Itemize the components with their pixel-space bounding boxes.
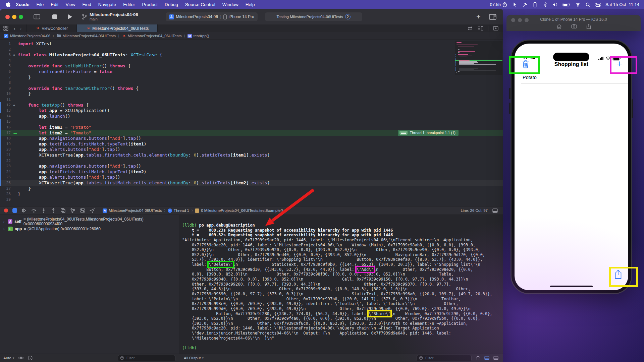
line-number[interactable]: 9 xyxy=(2,85,11,91)
code-line[interactable]: 8 xyxy=(0,80,503,85)
tab-ViewController[interactable]: ViewController xyxy=(26,24,77,32)
breadcrumb-item[interactable]: MilestoneProjects04-06UITests xyxy=(56,34,116,38)
device-icon[interactable] xyxy=(532,2,538,7)
step-into-icon[interactable] xyxy=(41,208,46,213)
line-number[interactable]: 17 xyxy=(2,130,11,136)
code-line[interactable]: 5 override func setUpWithError() throws … xyxy=(0,63,503,69)
code-line[interactable]: 3◆final class MilestoneProjects04_06UITe… xyxy=(0,52,503,58)
variables-view[interactable]: ›Aself= (MilestoneProjects04_06UITests.M… xyxy=(0,215,179,354)
simulate-location-icon[interactable] xyxy=(90,208,95,213)
editor-layout-icon[interactable] xyxy=(489,14,496,20)
disclosure-chevron-icon[interactable]: › xyxy=(3,220,6,224)
split-editor-icon[interactable] xyxy=(493,26,498,31)
code-line[interactable]: 9 override func tearDownWithError() thro… xyxy=(0,85,503,91)
line-number[interactable]: 21 xyxy=(2,152,11,158)
breadcrumb-item[interactable]: AMilestoneProjects04-06 xyxy=(4,34,50,38)
line-number[interactable]: 27 xyxy=(2,186,11,191)
debug-breadcrumb-item[interactable]: 0 MilestoneProjects04_06UITests.testExam… xyxy=(195,208,283,213)
list-item[interactable]: Potato xyxy=(523,75,537,80)
variables-filter-field[interactable] xyxy=(118,355,175,361)
line-number[interactable]: 7 xyxy=(2,74,11,80)
code-line[interactable]: 1import XCTest xyxy=(0,41,503,47)
line-number[interactable]: 1 xyxy=(2,41,11,47)
menu-item-debug[interactable]: Debug xyxy=(165,2,178,7)
code-line[interactable]: 25 app.alerts.buttons["Add"].tap() xyxy=(0,174,503,180)
line-number[interactable]: 24 xyxy=(2,169,11,175)
info-icon[interactable] xyxy=(28,356,33,360)
scope-selector[interactable]: Auto▾ xyxy=(3,356,14,360)
line-number[interactable]: 15 xyxy=(2,119,11,124)
debug-breadcrumb-item[interactable]: AMilestoneProjects04-06UITests xyxy=(103,208,162,213)
home-indicator[interactable] xyxy=(550,286,593,287)
line-number[interactable]: 10 xyxy=(2,91,11,97)
tool-icon[interactable] xyxy=(522,2,528,7)
output-scope-selector[interactable]: All Output▾ xyxy=(184,356,204,360)
code-line[interactable]: 13 let app = XCUIApplication() xyxy=(0,108,503,113)
code-line[interactable]: 27 } xyxy=(0,186,503,191)
code-line[interactable]: 16 let item1 = "Potato" xyxy=(0,124,503,130)
recording-timer[interactable]: 07:55 xyxy=(490,2,501,7)
menu-item-find[interactable]: Find xyxy=(83,2,91,7)
close-button[interactable] xyxy=(5,15,10,19)
code-line[interactable]: 12◆ func testApp() throws { xyxy=(0,102,503,108)
console-filter-field[interactable] xyxy=(417,355,472,361)
debug-breadcrumb-item[interactable]: ≡Thread 1 xyxy=(168,208,189,213)
continue-icon[interactable] xyxy=(21,208,27,213)
eye-icon[interactable] xyxy=(18,356,24,360)
line-number[interactable]: 13 xyxy=(2,108,11,113)
code-line[interactable]: 19 app.textFields.firstMatch.typeText(it… xyxy=(0,141,503,147)
code-line[interactable]: 22 xyxy=(0,158,503,164)
line-number[interactable]: 11 xyxy=(2,97,11,102)
line-number[interactable]: 18 xyxy=(2,135,11,141)
menu-date[interactable]: Sat 15 Oct xyxy=(605,2,626,7)
breadcrumb-item[interactable]: MilestoneProjects04_06UITests xyxy=(121,34,181,39)
debug-breadcrumb[interactable]: AMilestoneProjects04-06UITests〉≡Thread 1… xyxy=(103,208,283,213)
code-line[interactable]: 15 xyxy=(0,119,503,124)
stop-button[interactable] xyxy=(52,14,57,19)
screenshot-icon[interactable] xyxy=(571,24,577,28)
test-diamond-icon[interactable]: ◆ xyxy=(13,102,15,108)
simulator-window-titlebar[interactable]: Clone 1 of iPhone 14 Pro — iOS 16.0 xyxy=(506,15,641,31)
line-number[interactable]: 14 xyxy=(2,113,11,119)
apple-menu-icon[interactable] xyxy=(6,1,11,8)
zoom-button[interactable] xyxy=(19,15,23,19)
breakpoints-toggle-icon[interactable] xyxy=(12,208,17,213)
code-line[interactable]: 11 xyxy=(0,97,503,102)
clear-console-icon[interactable] xyxy=(476,356,480,361)
breadcrumb-item[interactable]: MtestApp() xyxy=(187,34,209,38)
console-pane-toggle-icon[interactable] xyxy=(493,356,498,360)
line-number[interactable]: 5 xyxy=(2,63,11,69)
code-line[interactable]: 28} xyxy=(0,191,503,197)
menu-item-editor[interactable]: Editor xyxy=(123,2,135,7)
code-line[interactable]: 26 XCTAssertTrue(app.tables.firstMatch.c… xyxy=(0,180,503,186)
code-line[interactable]: 2 xyxy=(0,47,503,52)
line-number[interactable]: 6 xyxy=(2,69,11,74)
menu-item-file[interactable]: File xyxy=(37,2,44,7)
add-editor-plus-button[interactable]: + xyxy=(476,12,481,21)
environment-overrides-icon[interactable] xyxy=(80,208,85,213)
jump-bar[interactable]: AMilestoneProjects04-06〉MilestoneProject… xyxy=(0,32,503,40)
line-number[interactable]: 19 xyxy=(2,141,11,147)
minimize-button[interactable] xyxy=(12,15,16,19)
menu-item-view[interactable]: View xyxy=(66,2,75,7)
line-number[interactable]: 22 xyxy=(2,158,11,164)
code-line[interactable]: 29 xyxy=(0,197,503,202)
line-number[interactable]: 26 xyxy=(2,180,11,186)
code-line[interactable]: 4 xyxy=(0,58,503,63)
variables-pane-toggle-icon[interactable] xyxy=(484,356,489,360)
code-line[interactable]: 10 } xyxy=(0,91,503,97)
line-number[interactable]: 28 xyxy=(2,191,11,197)
line-number[interactable]: 20 xyxy=(2,146,11,152)
run-button[interactable] xyxy=(68,14,72,19)
test-diamond-icon[interactable]: ◆ xyxy=(13,52,15,58)
variable-row[interactable]: ›Aself= (MilestoneProjects04_06UITests.M… xyxy=(0,218,179,225)
volume-icon[interactable] xyxy=(552,2,558,7)
menu-item-product[interactable]: Product xyxy=(142,2,158,7)
menu-item-edit[interactable]: Edit xyxy=(51,2,58,7)
line-number[interactable]: 16 xyxy=(2,124,11,130)
search-icon[interactable] xyxy=(585,2,591,7)
line-number[interactable]: 29 xyxy=(2,197,11,202)
variables-filter-input[interactable] xyxy=(126,356,164,360)
sidebar-toggle-icon[interactable] xyxy=(34,14,40,19)
menu-time[interactable]: 11:14 xyxy=(629,2,639,7)
